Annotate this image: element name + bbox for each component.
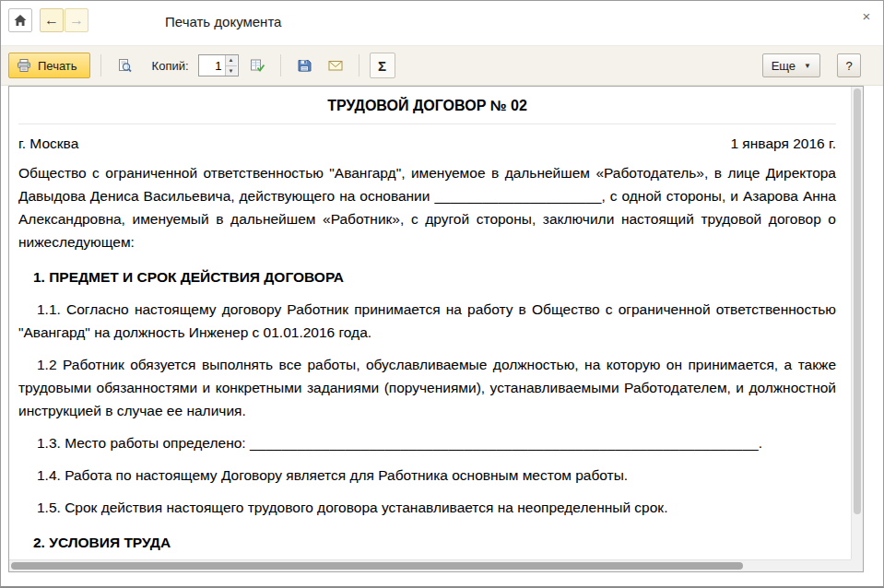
section-2-heading: 2. УСЛОВИЯ ТРУДА	[18, 531, 836, 554]
back-button[interactable]: ←	[40, 8, 64, 32]
spin-down-icon: ▼	[229, 68, 234, 74]
window-title: Печать документа	[165, 14, 281, 29]
toolbar-right-group: Еще ▼ ?	[762, 53, 861, 77]
forward-button[interactable]: →	[65, 8, 88, 32]
sigma-icon: Σ	[378, 58, 386, 74]
clause-1-2: 1.2 Работник обязуется выполнять все раб…	[18, 353, 836, 422]
email-icon	[328, 58, 343, 73]
email-button[interactable]	[323, 53, 348, 78]
window-header: ← → Печать документа ×	[1, 1, 883, 45]
print-preview-button[interactable]	[112, 53, 137, 78]
clause-1-4: 1.4. Работа по настоящему Договору являе…	[18, 464, 836, 487]
clause-1-3: 1.3. Место работы определено: __________…	[18, 431, 836, 454]
close-button[interactable]: ×	[857, 6, 876, 25]
city-date-row: г. Москва 1 января 2016 г.	[18, 135, 836, 152]
clause-1-5: 1.5. Срок действия настоящего трудового …	[18, 496, 836, 519]
copies-spinner: ▲ ▼	[198, 54, 239, 76]
document-content: ТРУДОВОЙ ДОГОВОР № 02 г. Москва 1 января…	[9, 87, 851, 559]
print-settings-button[interactable]	[244, 53, 270, 78]
home-icon	[13, 13, 28, 28]
print-button[interactable]: Печать	[8, 53, 90, 78]
toolbar-separator	[359, 54, 359, 76]
toolbar: Печать Копий: ▲ ▼	[1, 45, 883, 86]
chevron-down-icon: ▼	[804, 62, 811, 70]
print-button-label: Печать	[38, 59, 77, 73]
vertical-scrollbar[interactable]	[851, 87, 863, 559]
scrollbar-corner	[851, 559, 863, 571]
printer-icon	[17, 58, 31, 73]
more-button-label: Еще	[772, 59, 796, 73]
clause-1-1: 1.1. Согласно настоящему договору Работн…	[18, 298, 836, 344]
copies-decrement-button[interactable]: ▼	[226, 65, 237, 76]
contract-intro-paragraph: Общество с ограниченной ответственностью…	[18, 161, 836, 253]
contract-title: ТРУДОВОЙ ДОГОВОР № 02	[18, 92, 836, 124]
copies-label: Копий:	[152, 59, 189, 73]
forward-arrow-icon: →	[69, 13, 84, 28]
vertical-scrollbar-thumb[interactable]	[854, 88, 861, 514]
help-button[interactable]: ?	[837, 53, 861, 77]
toolbar-separator	[280, 54, 281, 76]
document-viewport: ТРУДОВОЙ ДОГОВОР № 02 г. Москва 1 января…	[8, 86, 864, 572]
save-icon	[297, 58, 312, 73]
horizontal-scrollbar-thumb[interactable]	[11, 562, 743, 570]
section-1-heading: 1. ПРЕДМЕТ И СРОК ДЕЙСТВИЯ ДОГОВОРА	[18, 265, 836, 288]
horizontal-scrollbar[interactable]	[9, 559, 851, 571]
copies-increment-button[interactable]: ▲	[226, 55, 237, 65]
save-button[interactable]	[291, 53, 317, 78]
print-document-window: ← → Печать документа × Печать	[0, 0, 884, 588]
print-settings-icon	[250, 58, 265, 73]
contract-date: 1 января 2016 г.	[730, 135, 836, 152]
sum-button[interactable]: Σ	[370, 53, 395, 78]
spin-up-icon: ▲	[229, 57, 234, 63]
back-arrow-icon: ←	[44, 13, 59, 28]
toolbar-separator	[100, 54, 101, 76]
print-preview-icon	[117, 58, 132, 73]
contract-city: г. Москва	[18, 135, 78, 152]
more-button[interactable]: Еще ▼	[762, 53, 820, 77]
home-button[interactable]	[8, 8, 32, 32]
copies-input[interactable]	[199, 55, 225, 76]
copies-spin-buttons: ▲ ▼	[225, 55, 237, 76]
